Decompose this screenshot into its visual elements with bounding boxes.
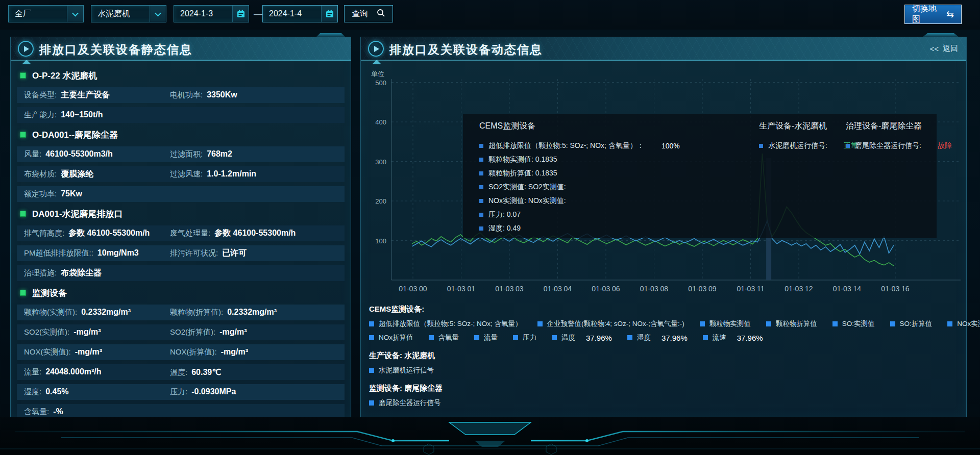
legend-item[interactable]: 超低排放限值（颗拉物:5: SOz-; NOx; 含氧量） [369,319,522,328]
legend-cems-header: CEMS监测设备: [369,305,959,314]
legend-item[interactable]: NOx折算值 [369,333,413,342]
field-value: 60.39℃ [191,367,221,377]
legend-item[interactable]: SO:实测值 [832,319,875,328]
field-value: 已许可 [222,248,247,259]
legend-row: NOx折算值含氧量流量压力温度37.96%湿度37.96%流速37.96% [369,333,959,342]
blue-square-icon [832,321,838,326]
legend-item[interactable]: 企业预警值(颗粒物:4; sOz-; NOx-;含氧气量:-) [537,319,684,328]
date-to-value: 2024-1-4 [263,9,321,18]
info-cell: 压力:-0.0930MPa [170,387,236,397]
tooltip-cems-column: CEMS监测设备 超低排放限值（颗拉物:5: SOz-; NOx; 含氧量）：1… [479,121,680,235]
line-chart[interactable]: 单位10020030040050001-03 0001-03 0101-03 0… [361,61,967,304]
field-value: 46100-55300m3/h [45,149,113,159]
field-label: 过滤面积: [170,149,203,159]
switch-map-button[interactable]: 切换地图 ⇆ [904,5,962,24]
info-row: 设备类型:主要生产设备电机功率:3350Kw [17,87,345,103]
x-axis-tick-label: 01-03 08 [640,285,668,293]
legend-label: 流量 [484,333,498,342]
section-title-label: 监测设备 [32,287,67,299]
date-from-value: 2024-1-3 [174,9,232,18]
blue-square-icon [429,335,434,340]
info-cell: SO2(实测值):-mg/m³ [24,327,170,337]
field-value: -0.0930MPa [191,387,236,396]
tooltip-treatment-title: 治理设备-磨尾除尘器 [846,121,952,132]
field-value: 1.0-1.2m/min [207,169,256,179]
field-label: 温度: [170,368,187,377]
blue-square-icon [627,335,632,340]
info-row: 治理措施:布袋除尘器 [17,265,345,281]
x-axis-tick-label: 01-03 14 [833,285,861,293]
field-label: 流量: [24,367,41,377]
info-cell: 颗粒物(折算值):0.2332mg/m³ [170,308,277,317]
date-to-input[interactable]: 2024-1-4 [262,5,338,22]
field-value: -% [53,407,63,416]
section-title-label: O-P-22 水泥磨机 [32,70,97,82]
chart-tooltip: CEMS监测设备 超低排放限值（颗拉物:5: SOz-; NOx; 含氧量）：1… [463,114,937,238]
field-value: 3350Kw [207,90,237,99]
tooltip-item-label: 颗粒物实测值: 0.1835 [488,155,557,164]
plant-select-value: 全厂 [9,9,67,19]
section-title: DA001-水泥磨尾排放口 [17,206,345,221]
legend-item[interactable]: 流量 [474,333,498,342]
field-value: -mg/m³ [75,347,102,357]
legend-item[interactable]: 颗粒物折算值 [766,319,817,328]
back-button-label: 返回 [943,44,958,54]
info-row: 排气筒高度:参数 46100-55300m/h废气处理量:参数 46100-55… [17,225,345,241]
tooltip-item: 压力: 0.07 [479,208,680,221]
legend-item[interactable]: 颗粒物实测值 [700,319,751,328]
back-button[interactable]: << 返回 [929,44,958,54]
info-cell: 额定功率:75Kw [24,189,170,199]
blue-square-icon [703,335,708,340]
field-label: NOX(折算值): [170,347,217,357]
query-button-label: 查询 [352,9,368,19]
blue-square-icon [890,321,895,326]
info-cell: PM超低排排放限值::10mg/Nm3 [24,248,170,258]
field-label: 风量: [24,149,41,159]
legend-item[interactable]: 温度37.96% [552,333,612,342]
tooltip-item: 颗粒物实测值: 0.1835 [479,153,680,166]
blue-square-icon [479,158,483,162]
info-row: 额定功率:75Kw [17,186,345,202]
legend-item[interactable]: 湿度37.96% [627,333,688,342]
dynamic-panel-title: 排放口及关联设备动态信息 [389,42,543,58]
field-label: 排污许可状况: [170,248,218,258]
chart-legend-block: CEMS监测设备: 超低排放限值（颗拉物:5: SOz-; NOx; 含氧量）企… [369,305,959,408]
legend-label: 温度 [561,333,575,342]
blue-square-icon [552,335,557,340]
date-from-input[interactable]: 2024-1-3 [174,5,249,22]
double-angle-left-icon: << [929,44,939,53]
plant-select[interactable]: 全厂 [8,5,84,22]
tooltip-item: 超低排放限值（颗拉物:5: SOz-; NOx; 含氧量）：100% [479,139,680,153]
field-label: 布袋材质: [24,169,57,179]
field-value: 覆膜涤纶 [61,169,93,180]
tooltip-cems-items: 超低排放限值（颗拉物:5: SOz-; NOx; 含氧量）：100%颗粒物实测值… [479,139,680,235]
legend-item[interactable]: NOx实测值 [947,319,980,328]
legend-item[interactable]: 压力 [513,333,536,342]
field-label: SO2(折算值): [170,327,215,337]
static-panel-body: O-P-22 水泥磨机设备类型:主要生产设备电机功率:3350Kw生产能力:14… [17,68,345,424]
blue-square-icon [369,368,374,373]
legend-label: 压力 [523,333,536,342]
bottom-decoration [0,417,980,455]
x-axis-tick-label: 01-03 06 [592,285,620,293]
dynamic-info-panel: 排放口及关联设备动态信息 << 返回 单位10020030040050001-0… [360,37,967,418]
x-axis-tick-label: 01-03 11 [737,285,764,293]
legend-item[interactable]: 含氧量 [429,333,459,342]
device-select[interactable]: 水泥磨机 [91,5,166,22]
legend-monitor-signal[interactable]: 磨尾除尘器运行信号 [369,398,959,408]
tooltip-item: NOx实测值: NOx实测值: [479,194,680,208]
top-bar: 全厂 水泥磨机 2024-1-3 — 2024-1-4 查询 切换 [0,0,980,30]
field-label: 颗粒物(折算值): [170,308,223,317]
x-axis-tick-label: 01-03 01 [447,285,475,293]
info-row: 颗粒物(实测值):0.2332mg/m³颗粒物(折算值):0.2332mg/m³ [17,305,345,320]
blue-square-icon [947,321,952,326]
blue-square-icon [479,185,483,189]
legend-item[interactable]: 流速37.96% [703,333,763,342]
panel-top-notch [316,33,346,37]
info-row: 布袋材质:覆膜涤纶过滤风速:1.0-1.2m/min [17,166,345,182]
legend-production-signal[interactable]: 水泥磨机运行信号 [369,366,959,375]
info-cell: 生产能力:140~150t/h [24,110,170,120]
legend-item[interactable]: SO:折算值 [890,319,933,328]
query-button[interactable]: 查询 [344,5,393,22]
date-range-separator: — [254,5,263,22]
